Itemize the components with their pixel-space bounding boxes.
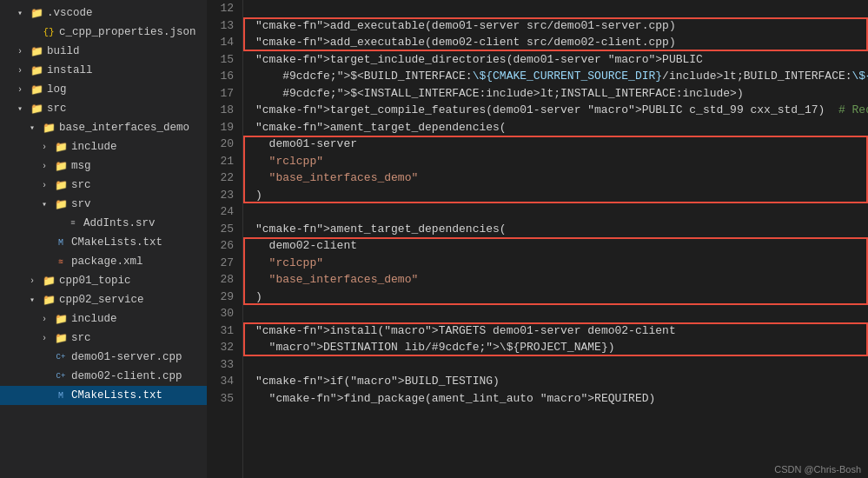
sidebar-item-label: src <box>47 103 207 115</box>
sidebar-item-src2[interactable]: 📁src <box>0 176 207 195</box>
sidebar-item-label: log <box>47 83 207 96</box>
sidebar-item-label: AddInts.srv <box>83 217 207 229</box>
code-line: "cmake-fn">install("macro">TARGETS demo0… <box>255 322 868 340</box>
sidebar-item-demo01_server[interactable]: C+demo01-server.cpp <box>0 348 207 367</box>
sidebar-item-CMakeLists1[interactable]: MCMakeLists.txt <box>0 233 207 252</box>
code-line: "cmake-fn">target_compile_features(demo0… <box>255 102 868 119</box>
code-line: "cmake-fn">ament_target_dependencies( <box>255 119 868 136</box>
tree-arrow <box>30 123 42 133</box>
code-line <box>255 305 868 322</box>
folder-icon: 📁 <box>30 44 43 58</box>
sidebar-item-label: msg <box>71 160 207 172</box>
line-number: 20 <box>210 136 234 153</box>
sidebar-item-label: cpp01_topic <box>59 275 207 287</box>
code-area[interactable]: "cmake-fn">add_executable(demo01-server … <box>243 0 868 478</box>
xml-icon: ≋ <box>54 255 68 269</box>
sidebar-item-package1[interactable]: ≋package.xml <box>0 252 207 271</box>
code-line: ) <box>255 187 868 204</box>
sidebar-item-vscode[interactable]: 📁.vscode <box>0 3 207 23</box>
sidebar-item-install[interactable]: 📁install <box>0 61 207 80</box>
tree-arrow <box>42 143 54 152</box>
sidebar-item-log[interactable]: 📁log <box>0 80 207 99</box>
folder-icon: 📁 <box>54 159 68 173</box>
sidebar-item-c_cpp_properties[interactable]: {}c_cpp_properties.json <box>0 23 207 42</box>
editor: 1213141516171819202122232425262728293031… <box>207 0 868 478</box>
code-line: "base_interfaces_demo" <box>255 271 868 289</box>
sidebar-item-include[interactable]: 📁include <box>0 137 207 156</box>
tree-arrow <box>30 295 42 305</box>
line-number: 12 <box>210 0 234 17</box>
folder-icon: 📁 <box>54 178 68 192</box>
sidebar-item-base_interfaces_demo[interactable]: 📁base_interfaces_demo <box>0 118 207 137</box>
tree-arrow <box>17 47 30 56</box>
folder-icon: 📁 <box>30 6 43 20</box>
folder-icon: 📁 <box>54 197 68 211</box>
sidebar-item-src3[interactable]: 📁src <box>0 329 207 348</box>
tree-arrow <box>17 66 30 76</box>
line-number: 15 <box>210 51 234 69</box>
sidebar-item-label: .vscode <box>47 7 207 19</box>
sidebar-item-label: cpp02_service <box>59 294 207 306</box>
tree-arrow <box>30 276 42 286</box>
code-line: "cmake-fn">add_executable(demo02-client … <box>255 34 868 51</box>
sidebar-item-build[interactable]: 📁build <box>0 42 207 61</box>
line-number: 23 <box>210 187 234 204</box>
sidebar-item-label: demo02-client.cpp <box>71 370 207 382</box>
sidebar-item-label: c_cpp_properties.json <box>59 26 207 38</box>
line-number: 19 <box>210 119 234 136</box>
line-number: 27 <box>210 255 234 272</box>
code-line: ) <box>255 289 868 306</box>
tree-arrow <box>42 334 54 343</box>
line-number: 14 <box>210 34 234 51</box>
line-number: 35 <box>210 390 234 408</box>
sidebar-item-CMakeLists2[interactable]: MCMakeLists.txt <box>0 386 207 405</box>
code-line: "base_interfaces_demo" <box>255 169 868 187</box>
cmake-icon: M <box>54 388 68 402</box>
code-line: "cmake-fn">ament_target_dependencies( <box>255 221 868 238</box>
sidebar-item-include2[interactable]: 📁include <box>0 309 207 329</box>
folder-icon: 📁 <box>42 121 56 135</box>
sidebar-item-demo02_client[interactable]: C+demo02-client.cpp <box>0 367 207 386</box>
sidebar-item-label: build <box>47 45 207 57</box>
folder-icon: 📁 <box>54 140 68 154</box>
code-line: #9cdcfe;">$<INSTALL_INTERFACE:include>lt… <box>255 85 868 103</box>
sidebar: 📁.vscode{}c_cpp_properties.json📁build📁in… <box>0 0 207 478</box>
editor-content: 1213141516171819202122232425262728293031… <box>207 0 868 478</box>
line-number: 33 <box>210 356 234 374</box>
sidebar-item-AddInts[interactable]: ≡AddInts.srv <box>0 214 207 233</box>
sidebar-item-msg[interactable]: 📁msg <box>0 156 207 176</box>
watermark: CSDN @Chris-Bosh <box>774 464 861 475</box>
tree-arrow <box>17 8 30 18</box>
tree-arrow <box>42 181 54 190</box>
line-number: 28 <box>210 271 234 289</box>
line-number: 18 <box>210 102 234 119</box>
cpp-icon: C+ <box>54 350 68 364</box>
line-number: 34 <box>210 373 234 390</box>
line-number: 16 <box>210 68 234 85</box>
tree-arrow <box>42 162 54 171</box>
line-number: 32 <box>210 339 234 356</box>
line-number: 26 <box>210 237 234 255</box>
code-line: "cmake-fn">if("macro">BUILD_TESTING) <box>255 373 868 390</box>
sidebar-item-cpp02_service[interactable]: 📁cpp02_service <box>0 290 207 309</box>
line-number: 31 <box>210 322 234 340</box>
folder-icon: 📁 <box>30 102 43 116</box>
code-line: "rclcpp" <box>255 255 868 272</box>
sidebar-item-label: install <box>47 64 207 76</box>
tree-arrow <box>17 103 30 114</box>
code-line: demo01-server <box>255 136 868 153</box>
sidebar-item-label: demo01-server.cpp <box>71 351 207 363</box>
sidebar-item-cpp01_topic[interactable]: 📁cpp01_topic <box>0 271 207 290</box>
sidebar-item-src[interactable]: 📁src <box>0 99 207 118</box>
json-icon: {} <box>42 25 56 39</box>
sidebar-item-label: srv <box>71 198 207 210</box>
code-line: "rclcpp" <box>255 153 868 170</box>
line-number: 22 <box>210 169 234 187</box>
sidebar-item-label: CMakeLists.txt <box>71 236 207 249</box>
sidebar-item-label: include <box>71 141 207 153</box>
line-number: 24 <box>210 203 234 221</box>
code-line: "cmake-fn">target_include_directories(de… <box>255 51 868 69</box>
sidebar-item-srv[interactable]: 📁srv <box>0 195 207 214</box>
code-line: "macro">DESTINATION lib/#9cdcfe;">\${PRO… <box>255 339 868 356</box>
line-number: 25 <box>210 221 234 238</box>
